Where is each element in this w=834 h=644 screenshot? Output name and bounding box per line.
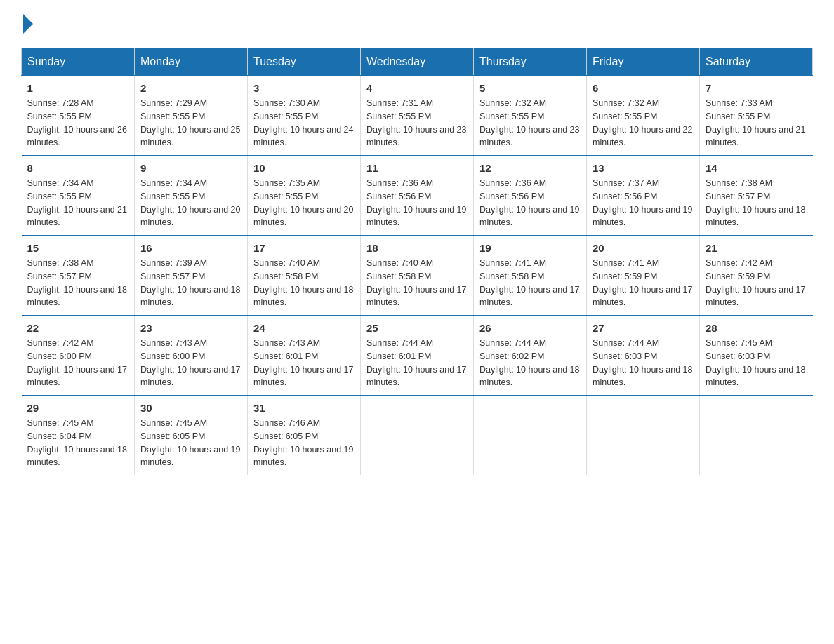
calendar-cell: 17 Sunrise: 7:40 AMSunset: 5:58 PMDaylig… bbox=[248, 236, 361, 316]
day-info: Sunrise: 7:45 AMSunset: 6:04 PMDaylight:… bbox=[27, 418, 127, 467]
day-number: 16 bbox=[140, 242, 241, 254]
day-number: 3 bbox=[253, 82, 355, 94]
day-info: Sunrise: 7:40 AMSunset: 5:58 PMDaylight:… bbox=[366, 258, 466, 307]
day-number: 11 bbox=[366, 162, 468, 174]
calendar-cell: 23 Sunrise: 7:43 AMSunset: 6:00 PMDaylig… bbox=[135, 316, 248, 396]
day-number: 8 bbox=[27, 162, 129, 174]
calendar-cell: 3 Sunrise: 7:30 AMSunset: 5:55 PMDayligh… bbox=[248, 76, 361, 156]
logo bbox=[21, 14, 34, 34]
day-info: Sunrise: 7:36 AMSunset: 5:56 PMDaylight:… bbox=[366, 178, 466, 227]
calendar-cell bbox=[587, 396, 700, 475]
day-number: 1 bbox=[27, 82, 129, 94]
calendar-cell: 27 Sunrise: 7:44 AMSunset: 6:03 PMDaylig… bbox=[587, 316, 700, 396]
day-info: Sunrise: 7:42 AMSunset: 5:59 PMDaylight:… bbox=[706, 258, 805, 307]
day-info: Sunrise: 7:33 AMSunset: 5:55 PMDaylight:… bbox=[706, 98, 805, 147]
column-header-friday: Friday bbox=[587, 48, 700, 76]
day-info: Sunrise: 7:41 AMSunset: 5:58 PMDaylight:… bbox=[479, 258, 579, 307]
column-header-saturday: Saturday bbox=[700, 48, 813, 76]
week-row-2: 8 Sunrise: 7:34 AMSunset: 5:55 PMDayligh… bbox=[22, 156, 813, 236]
day-number: 26 bbox=[479, 322, 581, 334]
day-number: 5 bbox=[479, 82, 581, 94]
day-info: Sunrise: 7:34 AMSunset: 5:55 PMDaylight:… bbox=[140, 178, 240, 227]
day-number: 18 bbox=[366, 242, 468, 254]
calendar-cell: 8 Sunrise: 7:34 AMSunset: 5:55 PMDayligh… bbox=[22, 156, 135, 236]
day-info: Sunrise: 7:45 AMSunset: 6:05 PMDaylight:… bbox=[140, 418, 240, 467]
day-info: Sunrise: 7:43 AMSunset: 6:01 PMDaylight:… bbox=[253, 338, 353, 387]
day-info: Sunrise: 7:39 AMSunset: 5:57 PMDaylight:… bbox=[140, 258, 240, 307]
calendar-cell: 12 Sunrise: 7:36 AMSunset: 5:56 PMDaylig… bbox=[474, 156, 587, 236]
day-info: Sunrise: 7:37 AMSunset: 5:56 PMDaylight:… bbox=[593, 178, 692, 227]
calendar-cell: 4 Sunrise: 7:31 AMSunset: 5:55 PMDayligh… bbox=[361, 76, 474, 156]
day-number: 28 bbox=[706, 322, 807, 334]
week-row-1: 1 Sunrise: 7:28 AMSunset: 5:55 PMDayligh… bbox=[22, 76, 813, 156]
day-info: Sunrise: 7:31 AMSunset: 5:55 PMDaylight:… bbox=[366, 98, 466, 147]
day-info: Sunrise: 7:41 AMSunset: 5:59 PMDaylight:… bbox=[593, 258, 692, 307]
day-info: Sunrise: 7:44 AMSunset: 6:01 PMDaylight:… bbox=[366, 338, 466, 387]
calendar-cell: 28 Sunrise: 7:45 AMSunset: 6:03 PMDaylig… bbox=[700, 316, 813, 396]
day-number: 13 bbox=[593, 162, 694, 174]
day-info: Sunrise: 7:28 AMSunset: 5:55 PMDaylight:… bbox=[27, 98, 127, 147]
logo-arrow-icon bbox=[23, 14, 33, 34]
column-header-sunday: Sunday bbox=[22, 48, 135, 76]
day-number: 27 bbox=[593, 322, 694, 334]
calendar-cell: 2 Sunrise: 7:29 AMSunset: 5:55 PMDayligh… bbox=[135, 76, 248, 156]
day-info: Sunrise: 7:34 AMSunset: 5:55 PMDaylight:… bbox=[27, 178, 127, 227]
day-info: Sunrise: 7:44 AMSunset: 6:03 PMDaylight:… bbox=[593, 338, 692, 387]
day-info: Sunrise: 7:38 AMSunset: 5:57 PMDaylight:… bbox=[27, 258, 127, 307]
calendar-cell: 13 Sunrise: 7:37 AMSunset: 5:56 PMDaylig… bbox=[587, 156, 700, 236]
calendar-cell: 11 Sunrise: 7:36 AMSunset: 5:56 PMDaylig… bbox=[361, 156, 474, 236]
calendar-cell bbox=[474, 396, 587, 475]
calendar-body: 1 Sunrise: 7:28 AMSunset: 5:55 PMDayligh… bbox=[22, 76, 813, 475]
week-row-5: 29 Sunrise: 7:45 AMSunset: 6:04 PMDaylig… bbox=[22, 396, 813, 475]
calendar-cell bbox=[700, 396, 813, 475]
day-info: Sunrise: 7:36 AMSunset: 5:56 PMDaylight:… bbox=[479, 178, 579, 227]
day-info: Sunrise: 7:44 AMSunset: 6:02 PMDaylight:… bbox=[479, 338, 579, 387]
day-number: 30 bbox=[140, 402, 241, 414]
day-info: Sunrise: 7:32 AMSunset: 5:55 PMDaylight:… bbox=[593, 98, 692, 147]
day-number: 29 bbox=[27, 402, 129, 414]
day-number: 2 bbox=[140, 82, 241, 94]
calendar-cell: 9 Sunrise: 7:34 AMSunset: 5:55 PMDayligh… bbox=[135, 156, 248, 236]
calendar-cell: 14 Sunrise: 7:38 AMSunset: 5:57 PMDaylig… bbox=[700, 156, 813, 236]
calendar-cell: 10 Sunrise: 7:35 AMSunset: 5:55 PMDaylig… bbox=[248, 156, 361, 236]
day-number: 19 bbox=[479, 242, 581, 254]
day-info: Sunrise: 7:45 AMSunset: 6:03 PMDaylight:… bbox=[706, 338, 805, 387]
calendar-cell: 21 Sunrise: 7:42 AMSunset: 5:59 PMDaylig… bbox=[700, 236, 813, 316]
calendar-cell: 1 Sunrise: 7:28 AMSunset: 5:55 PMDayligh… bbox=[22, 76, 135, 156]
page-header bbox=[21, 14, 813, 34]
day-number: 7 bbox=[706, 82, 807, 94]
calendar-cell: 15 Sunrise: 7:38 AMSunset: 5:57 PMDaylig… bbox=[22, 236, 135, 316]
column-header-wednesday: Wednesday bbox=[361, 48, 474, 76]
calendar-cell bbox=[361, 396, 474, 475]
day-number: 22 bbox=[27, 322, 129, 334]
calendar-cell: 29 Sunrise: 7:45 AMSunset: 6:04 PMDaylig… bbox=[22, 396, 135, 475]
day-number: 23 bbox=[140, 322, 241, 334]
calendar-cell: 20 Sunrise: 7:41 AMSunset: 5:59 PMDaylig… bbox=[587, 236, 700, 316]
column-header-thursday: Thursday bbox=[474, 48, 587, 76]
day-number: 17 bbox=[253, 242, 355, 254]
calendar-cell: 7 Sunrise: 7:33 AMSunset: 5:55 PMDayligh… bbox=[700, 76, 813, 156]
day-number: 21 bbox=[706, 242, 807, 254]
day-number: 6 bbox=[593, 82, 694, 94]
day-number: 20 bbox=[593, 242, 694, 254]
day-info: Sunrise: 7:42 AMSunset: 6:00 PMDaylight:… bbox=[27, 338, 127, 387]
day-number: 10 bbox=[253, 162, 355, 174]
day-info: Sunrise: 7:32 AMSunset: 5:55 PMDaylight:… bbox=[479, 98, 579, 147]
calendar-cell: 18 Sunrise: 7:40 AMSunset: 5:58 PMDaylig… bbox=[361, 236, 474, 316]
week-row-4: 22 Sunrise: 7:42 AMSunset: 6:00 PMDaylig… bbox=[22, 316, 813, 396]
day-number: 14 bbox=[706, 162, 807, 174]
day-number: 9 bbox=[140, 162, 241, 174]
day-info: Sunrise: 7:38 AMSunset: 5:57 PMDaylight:… bbox=[706, 178, 805, 227]
calendar-cell: 26 Sunrise: 7:44 AMSunset: 6:02 PMDaylig… bbox=[474, 316, 587, 396]
calendar-cell: 24 Sunrise: 7:43 AMSunset: 6:01 PMDaylig… bbox=[248, 316, 361, 396]
day-number: 24 bbox=[253, 322, 355, 334]
day-info: Sunrise: 7:43 AMSunset: 6:00 PMDaylight:… bbox=[140, 338, 240, 387]
day-number: 15 bbox=[27, 242, 129, 254]
calendar-cell: 30 Sunrise: 7:45 AMSunset: 6:05 PMDaylig… bbox=[135, 396, 248, 475]
calendar-cell: 5 Sunrise: 7:32 AMSunset: 5:55 PMDayligh… bbox=[474, 76, 587, 156]
calendar-table: SundayMondayTuesdayWednesdayThursdayFrid… bbox=[21, 48, 813, 475]
day-info: Sunrise: 7:35 AMSunset: 5:55 PMDaylight:… bbox=[253, 178, 353, 227]
calendar-cell: 31 Sunrise: 7:46 AMSunset: 6:05 PMDaylig… bbox=[248, 396, 361, 475]
calendar-cell: 19 Sunrise: 7:41 AMSunset: 5:58 PMDaylig… bbox=[474, 236, 587, 316]
column-header-tuesday: Tuesday bbox=[248, 48, 361, 76]
